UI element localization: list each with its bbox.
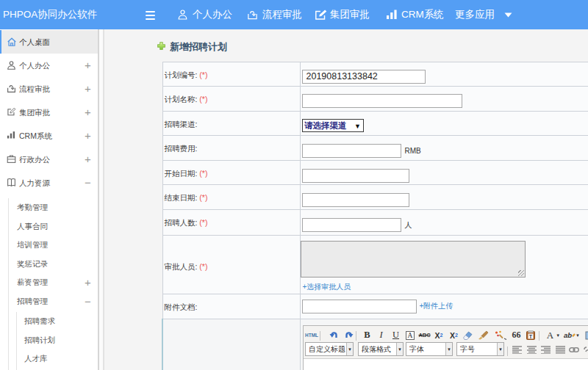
svg-text:T: T: [529, 334, 532, 339]
